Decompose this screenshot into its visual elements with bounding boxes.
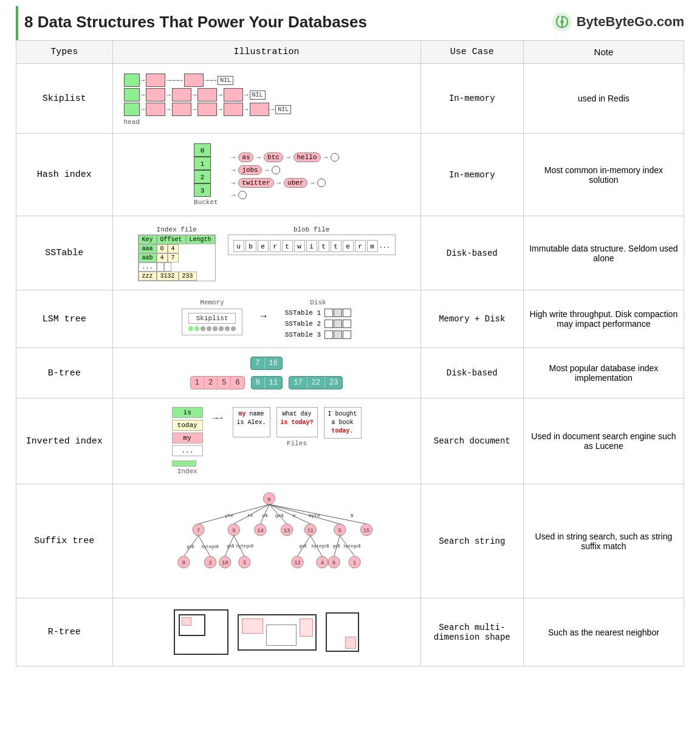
inv-file-1-content: my nameis Alex. xyxy=(237,410,266,427)
brand-logo: ByteByteGo.com xyxy=(551,11,684,33)
row-suffix-tree: Suffix tree 0 yte 7 xyxy=(16,484,684,598)
row-rtree: R-tree xyxy=(16,598,684,666)
rtree-pink-rect-2 xyxy=(300,618,313,637)
svg-text:3: 3 xyxy=(242,560,245,566)
btree-root-7: 7 xyxy=(251,357,264,369)
svg-text:go$: go$ xyxy=(332,544,340,549)
lsm-memory-group: Memory Skiplist xyxy=(182,299,242,335)
lsm-sstable-row-1: SSTable 1 xyxy=(285,309,351,317)
skip-node-3c xyxy=(197,103,217,116)
row-sstable: SSTable Index file Key Offset Length xyxy=(16,216,684,290)
lsm-memory-dots xyxy=(188,326,236,331)
svg-text:te: te xyxy=(247,513,253,518)
svg-text:1: 1 xyxy=(353,560,356,566)
suffix-tree-svg: 0 yte 7 te 9 xyxy=(148,491,391,589)
type-suffix-tree: Suffix tree xyxy=(16,484,113,598)
note-inverted-index: Used in document search engine such as L… xyxy=(523,399,684,484)
usecase-lsm-tree: Memory + Disk xyxy=(420,290,523,348)
lsm-memory-box: Skiplist xyxy=(182,309,242,335)
row-hash-index: Hash index 0 1 2 3 Bucket xyxy=(16,134,684,216)
lsm-sstable-row-2: SSTable 2 xyxy=(285,320,351,328)
chain-item-twitter: twitter xyxy=(238,178,273,188)
inv-file-2-group: What dayis today? xyxy=(276,407,318,439)
sstable-dots-3 xyxy=(164,262,171,272)
rtree-diagram xyxy=(118,603,416,661)
type-inverted-index: Inverted index xyxy=(16,399,113,484)
sstable-length-7: 7 xyxy=(168,253,179,262)
sstable-col-key: Key xyxy=(139,235,157,244)
chain-item-uber: uber xyxy=(284,178,307,188)
skip-nil-1: NIL xyxy=(218,76,233,85)
btree-child-right: 17 22 23 xyxy=(289,376,343,389)
rtree-rect-group xyxy=(238,614,317,651)
svg-text:0: 0 xyxy=(267,497,270,503)
chain-item-as: as xyxy=(238,152,253,162)
blob-m: m xyxy=(367,240,378,252)
row-btree: B-tree 7 16 1 xyxy=(16,348,684,399)
suffix-tree-diagram: 0 yte 7 te 9 xyxy=(145,489,388,593)
sstable-key-aaa: aaa xyxy=(139,244,157,253)
inv-file-1: my nameis Alex. xyxy=(233,407,270,437)
sstable-dots-row: ... xyxy=(139,262,215,272)
type-btree: B-tree xyxy=(16,348,113,399)
hash-cell-1: 1 xyxy=(194,157,211,170)
svg-text:8: 8 xyxy=(182,560,185,566)
rtree-white-rect xyxy=(266,625,297,646)
skip-node-2a xyxy=(146,88,165,101)
usecase-btree: Disk-based xyxy=(420,348,523,399)
btree-cell-22: 22 xyxy=(307,377,325,389)
sstable-data-row-1: aaa 0 4 xyxy=(139,244,215,253)
illus-skiplist: → →→→→ →→→ NIL → → xyxy=(112,64,420,134)
btree-cell-2: 2 xyxy=(204,377,218,389)
inv-index-group: is today my ... Index xyxy=(172,407,203,475)
hash-chain-0: → as → btc → hello → xyxy=(230,152,339,162)
svg-text:bytego$: bytego$ xyxy=(201,544,218,549)
sstable-col-length: Length xyxy=(186,235,215,244)
sstable-index-title: Index file xyxy=(138,225,216,234)
sstable-col-offset: Offset xyxy=(157,235,186,244)
sstable-index-table: Key Offset Length aaa 0 4 xyxy=(138,234,216,281)
svg-text:9: 9 xyxy=(232,528,235,534)
lsm-disk-group: Disk SSTable 1 xyxy=(285,299,351,339)
illus-lsm-tree: Memory Skiplist xyxy=(112,290,420,348)
inv-index-bar xyxy=(172,460,196,467)
sstable-dots-2 xyxy=(157,262,164,272)
note-hash-index: Most common in-memory index solution xyxy=(523,134,684,216)
svg-text:e: e xyxy=(292,513,295,518)
svg-text:10: 10 xyxy=(222,560,228,566)
skiplist-diagram: → →→→→ →→→ NIL → → xyxy=(118,69,416,128)
btree-child-mid: 9 11 xyxy=(251,376,283,389)
btree-children-row: 1 2 5 6 9 11 17 22 xyxy=(190,376,343,389)
lsm-dot-5 xyxy=(213,326,218,331)
hash-cell-0: 0 xyxy=(194,143,211,157)
inverted-index-diagram: is today my ... Index →→ xyxy=(118,403,416,479)
inv-highlight-today2: today. xyxy=(332,428,354,434)
sstable-diagram: Index file Key Offset Length aaa 0 xyxy=(118,221,416,285)
svg-text:bytego$: bytego$ xyxy=(311,544,328,549)
hash-chain-1: → jobs → xyxy=(230,165,339,175)
sstable-data-row-2: aab 4 7 xyxy=(139,253,215,262)
btree-root-16: 16 xyxy=(265,357,282,369)
btree-cell-5: 5 xyxy=(218,377,231,389)
svg-text:go$: go$ xyxy=(275,513,283,518)
main-table: Types Illustration Use Case Note Skiplis… xyxy=(16,40,684,666)
svg-text:$: $ xyxy=(350,513,353,518)
btree-root: 7 16 xyxy=(250,357,283,370)
svg-text:14: 14 xyxy=(257,528,263,534)
svg-text:yte: yte xyxy=(225,513,233,518)
btree-root-row: 7 16 xyxy=(250,357,283,370)
sstable-offset-0: 0 xyxy=(157,244,168,253)
svg-point-1 xyxy=(560,20,563,23)
btree-cell-23: 23 xyxy=(325,377,342,389)
blob-r2: r xyxy=(355,240,366,252)
inv-files-label: Files xyxy=(233,440,362,447)
col-header-usecase: Use Case xyxy=(420,41,523,64)
lsm-dot-6 xyxy=(219,326,224,331)
blob-ellipsis: ... xyxy=(379,243,390,250)
blob-t: t xyxy=(282,240,293,252)
btree-cell-17: 17 xyxy=(289,377,307,389)
lsm-dot-4 xyxy=(207,326,211,331)
hash-chain-3: → xyxy=(230,191,339,199)
lsm-sstable-3-icon xyxy=(324,330,351,339)
usecase-rtree: Search multi-dimension shape xyxy=(420,598,523,666)
